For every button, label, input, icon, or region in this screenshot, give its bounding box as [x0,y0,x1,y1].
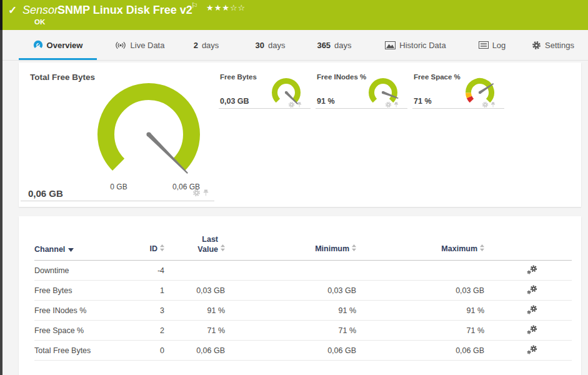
gauge-cell-free-bytes[interactable]: Free Bytes 0,03 GB [216,62,309,112]
pin-icon[interactable] [297,102,302,108]
gauge-icon [33,40,43,50]
flag-icon[interactable]: ⚐ [191,1,198,10]
table-row[interactable]: Total Free Bytes 0 0,06 GB 0,06 GB 0,06 … [34,341,572,361]
channel-settings-gears-icon[interactable] [527,345,537,354]
column-header-minimum-label: Minimum [315,245,349,254]
channel-name[interactable]: Total Free Bytes [34,341,122,361]
column-header-id[interactable]: ID [122,226,164,261]
gauge-cell-free-space[interactable]: Free Space % 71 % [409,62,503,112]
table-row[interactable]: Free INodes % 3 91 % 91 % 91 % [34,301,572,321]
channel-settings-gears-icon[interactable] [527,265,537,274]
channel-maximum [356,261,484,281]
channel-minimum: 71 % [225,321,356,341]
tab-2-days-unit: days [202,41,219,50]
channels-panel: Channel ID Last Value Minimum Maximum [19,216,581,375]
log-list-icon [479,41,489,49]
channel-id: 2 [122,321,164,341]
stars-filled: ★★★ [206,3,230,12]
channel-settings-gears-icon[interactable] [527,325,537,334]
channel-name[interactable]: Downtime [34,261,122,281]
channel-minimum [225,261,356,281]
pin-icon[interactable] [491,102,496,108]
sort-icon [352,244,356,253]
column-header-id-label: ID [150,245,158,254]
table-row[interactable]: Free Bytes 1 0,03 GB 0,03 GB 0,03 GB [34,281,572,301]
sort-desc-caret-icon [68,245,74,254]
channel-name[interactable]: Free Space % [34,321,122,341]
channel-maximum: 0,06 GB [356,341,484,361]
channel-last-value: 71 % [164,321,225,341]
status-badge: OK [34,18,45,26]
channel-minimum: 0,06 GB [225,341,356,361]
channels-table: Channel ID Last Value Minimum Maximum [34,226,572,361]
chart-frame-icon [385,41,396,49]
total-free-bytes-gauge [89,75,208,194]
gauge-cell-total-free-bytes[interactable]: Total Free Bytes 0 GB 0,06 GB 0,06 GB [19,62,216,207]
cell-divider [412,108,504,109]
channel-last-value [164,261,225,281]
tab-30-days-number: 30 [256,41,264,50]
sensor-header: ✓ Sensor SNMP Linux Disk Free v2 ⚐ ★★★☆☆… [0,0,588,30]
cell-divider [219,108,311,109]
status-ok-check-icon: ✓ [8,4,17,17]
pin-icon[interactable] [203,189,209,197]
column-header-last-value[interactable]: Last Value [164,226,225,261]
table-header-row: Channel ID Last Value Minimum Maximum [34,226,572,261]
tab-2-days-number: 2 [194,41,198,50]
channel-settings-gears-icon[interactable] [527,305,537,314]
column-header-maximum-label: Maximum [441,245,477,254]
gauge-settings-gear-icon[interactable] [482,101,489,108]
channel-last-value: 91 % [164,301,225,321]
channel-id: -4 [122,261,164,281]
pin-icon[interactable] [394,102,399,108]
gauge-cell-free-inodes[interactable]: Free INodes % 91 % [312,62,406,112]
left-edge-strip-top [0,0,2,30]
tab-365-days-unit: days [334,41,351,50]
tab-historic-data[interactable]: Historic Data [378,30,453,60]
broadcast-icon [114,41,127,49]
channel-minimum: 91 % [225,301,356,321]
column-header-actions [484,226,572,261]
sort-icon [480,244,484,253]
tab-settings[interactable]: Settings [528,30,578,60]
stars-empty: ☆☆ [230,3,246,12]
tab-live-data-label: Live Data [131,41,165,50]
tab-365-days[interactable]: 365 days [309,30,359,60]
channel-minimum: 0,03 GB [225,281,356,301]
sort-icon [160,244,164,253]
column-header-channel[interactable]: Channel [34,226,122,261]
column-header-maximum[interactable]: Maximum [356,226,484,261]
table-row[interactable]: Free Space % 2 71 % 71 % 71 % [34,321,572,341]
gauge-title: Free Bytes [220,73,257,81]
channel-maximum: 0,03 GB [356,281,484,301]
tab-30-days[interactable]: 30 days [247,30,294,60]
tab-overview-label: Overview [47,41,83,50]
channel-id: 0 [122,341,164,361]
tab-30-days-unit: days [268,41,285,50]
tab-2-days[interactable]: 2 days [184,30,228,60]
tab-overview[interactable]: Overview [19,30,97,60]
tab-log[interactable]: Log [472,30,512,60]
object-type-label: Sensor [22,4,58,17]
priority-stars[interactable]: ★★★☆☆ [206,3,246,12]
tab-live-data[interactable]: Live Data [105,30,174,60]
gauge-title: Free Space % [414,73,461,81]
table-row[interactable]: Downtime -4 [34,261,572,281]
channel-settings-gears-icon[interactable] [527,285,537,294]
channel-name[interactable]: Free Bytes [34,281,122,301]
gauge-settings-gear-icon[interactable] [192,189,201,197]
overview-gauges-panel: Total Free Bytes 0 GB 0,06 GB 0,06 GB [19,62,581,207]
cell-divider [316,108,407,109]
channel-name[interactable]: Free INodes % [34,301,122,321]
gauge-settings-gear-icon[interactable] [288,101,295,108]
sort-icon [221,244,225,253]
tab-log-label: Log [492,41,506,50]
gauge-value: 0,06 GB [28,188,63,199]
gauge-value: 0,03 GB [220,97,249,106]
gauge-title: Total Free Bytes [30,72,95,82]
channel-last-value: 0,06 GB [164,341,225,361]
gauge-scale-min: 0 GB [100,182,137,191]
gauge-settings-gear-icon[interactable] [385,101,392,108]
column-header-minimum[interactable]: Minimum [225,226,356,261]
column-header-last-value-label: Last Value [188,235,218,254]
